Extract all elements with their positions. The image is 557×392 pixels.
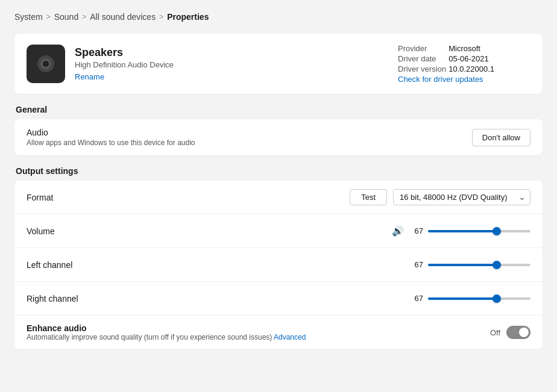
audio-description: Allow apps and Windows to use this devic… bbox=[27, 138, 195, 147]
output-settings-label: Output settings bbox=[14, 166, 543, 176]
volume-label: Volume bbox=[27, 226, 99, 236]
enhance-audio-label: Enhance audio bbox=[27, 323, 306, 333]
right-channel-fill bbox=[428, 297, 497, 300]
enhance-audio-description: Automatically improve sound quality (tur… bbox=[27, 333, 306, 341]
breadcrumb-sep-3: > bbox=[159, 13, 163, 21]
breadcrumb: System > Sound > All sound devices > Pro… bbox=[14, 12, 543, 22]
driver-date-label: Driver date bbox=[398, 54, 448, 64]
device-name: Speakers bbox=[75, 46, 398, 59]
device-subtitle: High Definition Audio Device bbox=[75, 60, 398, 69]
enhance-audio-state: Off bbox=[490, 328, 500, 337]
volume-row: Volume 🔊 67 bbox=[14, 214, 543, 248]
left-channel-track bbox=[428, 264, 530, 266]
device-info: Speakers High Definition Audio Device Re… bbox=[75, 46, 398, 81]
format-row: Format Test 16 bit, 44100 Hz (CD Quality… bbox=[14, 181, 543, 214]
volume-slider[interactable] bbox=[428, 225, 530, 237]
enhance-audio-row: Enhance audio Automatically improve soun… bbox=[14, 316, 543, 349]
device-header: Speakers High Definition Audio Device Re… bbox=[14, 34, 543, 94]
volume-thumb[interactable] bbox=[492, 227, 501, 235]
breadcrumb-sep-1: > bbox=[46, 13, 51, 21]
audio-row: Audio Allow apps and Windows to use this… bbox=[14, 119, 543, 155]
driver-date-value: 05-06-2021 bbox=[448, 54, 497, 64]
left-channel-value: 67 bbox=[409, 260, 423, 269]
breadcrumb-properties: Properties bbox=[167, 12, 209, 22]
svg-point-4 bbox=[45, 63, 46, 64]
left-channel-slider[interactable] bbox=[428, 259, 530, 271]
left-channel-thumb[interactable] bbox=[492, 261, 501, 269]
audio-row-left: Audio Allow apps and Windows to use this… bbox=[27, 128, 195, 147]
dont-allow-button[interactable]: Don't allow bbox=[472, 129, 530, 146]
device-driver-info: Provider Microsoft Driver date 05-06-202… bbox=[398, 43, 530, 84]
driver-version-value: 10.0.22000.1 bbox=[448, 64, 497, 74]
audio-title: Audio bbox=[27, 128, 195, 137]
left-channel-right: 67 bbox=[409, 259, 530, 271]
provider-label: Provider bbox=[398, 43, 448, 54]
general-card: Audio Allow apps and Windows to use this… bbox=[14, 119, 543, 155]
test-button[interactable]: Test bbox=[350, 189, 387, 205]
advanced-link[interactable]: Advanced bbox=[274, 333, 306, 341]
output-settings-card: Format Test 16 bit, 44100 Hz (CD Quality… bbox=[14, 181, 543, 349]
breadcrumb-sound[interactable]: Sound bbox=[54, 12, 78, 22]
format-controls: Test 16 bit, 44100 Hz (CD Quality)16 bit… bbox=[350, 189, 530, 205]
toggle-knob bbox=[519, 328, 529, 337]
enhance-audio-right: Off bbox=[490, 326, 530, 339]
breadcrumb-all-sound-devices[interactable]: All sound devices bbox=[90, 12, 156, 22]
format-select-wrap: 16 bit, 44100 Hz (CD Quality)16 bit, 480… bbox=[393, 189, 530, 205]
right-channel-thumb[interactable] bbox=[492, 294, 501, 303]
breadcrumb-sep-2: > bbox=[82, 13, 86, 21]
check-driver-updates-link[interactable]: Check for driver updates bbox=[398, 75, 483, 84]
volume-fill bbox=[428, 230, 497, 232]
right-channel-track bbox=[428, 297, 530, 300]
left-channel-row: Left channel 67 bbox=[14, 248, 543, 282]
volume-icon: 🔊 bbox=[392, 225, 404, 237]
volume-value: 67 bbox=[409, 226, 423, 235]
provider-value: Microsoft bbox=[448, 43, 497, 54]
format-label: Format bbox=[27, 193, 99, 202]
enhance-audio-label-wrap: Enhance audio Automatically improve soun… bbox=[27, 323, 306, 341]
volume-track bbox=[428, 230, 530, 232]
settings-page: System > Sound > All sound devices > Pro… bbox=[0, 0, 557, 375]
format-select[interactable]: 16 bit, 44100 Hz (CD Quality)16 bit, 480… bbox=[393, 189, 530, 205]
right-channel-right: 67 bbox=[409, 293, 530, 305]
general-section-label: General bbox=[14, 105, 543, 114]
left-channel-fill bbox=[428, 264, 497, 266]
driver-version-label: Driver version bbox=[398, 64, 448, 74]
right-channel-slider[interactable] bbox=[428, 293, 530, 305]
rename-link[interactable]: Rename bbox=[75, 72, 104, 81]
right-channel-row: Right channel 67 bbox=[14, 282, 543, 316]
right-channel-value: 67 bbox=[409, 294, 423, 303]
enhance-audio-toggle[interactable] bbox=[506, 326, 530, 339]
breadcrumb-system[interactable]: System bbox=[14, 12, 43, 22]
volume-right: 🔊 67 bbox=[392, 225, 530, 237]
left-channel-label: Left channel bbox=[27, 260, 99, 270]
device-icon bbox=[27, 45, 65, 83]
right-channel-label: Right channel bbox=[27, 294, 99, 303]
